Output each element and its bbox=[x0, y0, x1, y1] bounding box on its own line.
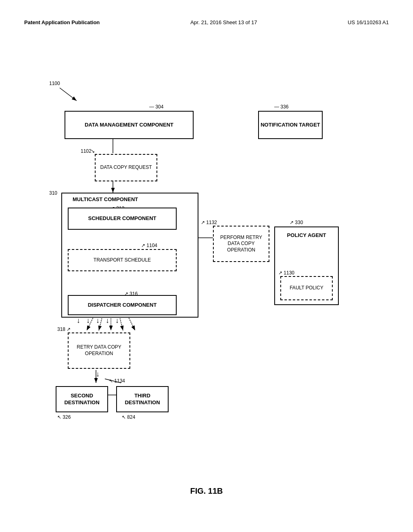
header-publication-label: Patent Application Publication bbox=[24, 19, 100, 25]
third-destination-label: THIRD DESTINATION bbox=[117, 393, 168, 406]
multicast-component-label: MULTICAST COMPONENT bbox=[73, 195, 138, 203]
data-copy-request-box: DATA COPY REQUEST bbox=[95, 154, 157, 181]
ref-310: 310 bbox=[49, 190, 57, 196]
ref-326: ↖ 326 bbox=[57, 414, 71, 420]
ref-824: ↖ 824 bbox=[122, 414, 135, 420]
ref-1104: ↗ 1104 bbox=[141, 243, 157, 248]
scheduler-component-label: SCHEDULER COMPONENT bbox=[88, 215, 156, 222]
fault-policy-label: FAULT POLICY bbox=[290, 285, 323, 291]
header-date-sheet: Apr. 21, 2016 Sheet 13 of 17 bbox=[190, 19, 257, 25]
ref-304: — 304 bbox=[149, 104, 163, 110]
retry-data-copy-label: RETRY DATA COPY OPERATION bbox=[69, 344, 129, 357]
ref-1130: ↗ 1130 bbox=[278, 270, 294, 276]
ref-318: 318 bbox=[57, 326, 65, 332]
ref-1102-arrow: ↘ bbox=[91, 148, 95, 154]
ref-1132: ↗ 1132 bbox=[201, 220, 217, 225]
fault-policy-box: FAULT POLICY bbox=[280, 276, 333, 300]
retry-down-arrow: ↓ bbox=[96, 370, 100, 378]
page-header: Patent Application Publication Apr. 21, … bbox=[24, 19, 389, 25]
policy-agent-label: POLICY AGENT bbox=[275, 232, 338, 239]
transport-schedule-box: TRANSPORT SCHEDULE bbox=[68, 249, 177, 271]
ref-1102: 1102 bbox=[81, 148, 92, 154]
perform-retry-label: PERFORM RETRY DATA COPY OPERATION bbox=[214, 235, 269, 254]
scheduler-component-box: SCHEDULER COMPONENT bbox=[68, 208, 177, 230]
perform-retry-box: PERFORM RETRY DATA COPY OPERATION bbox=[213, 226, 269, 262]
dispatcher-component-label: DISPATCHER COMPONENT bbox=[88, 302, 157, 309]
dispatcher-arrows: ↓ ↓ ↓ ↓ ↓ bbox=[77, 316, 119, 325]
data-copy-request-label: DATA COPY REQUEST bbox=[100, 164, 152, 171]
notification-target-label: NOTIFICATION TARGET bbox=[261, 122, 320, 129]
ref-336: — 336 bbox=[274, 104, 288, 110]
third-destination-box: THIRD DESTINATION bbox=[116, 386, 169, 412]
notification-target-box: NOTIFICATION TARGET bbox=[258, 111, 323, 139]
figure-caption: FIG. 11B bbox=[190, 486, 223, 496]
second-destination-label: SECOND DESTINATION bbox=[56, 393, 107, 406]
svg-line-2 bbox=[60, 88, 77, 101]
header-patent-number: US 16/110263 A1 bbox=[348, 19, 389, 25]
ref-1100: 1100 bbox=[49, 81, 60, 86]
ref-1134: ↖ 1134 bbox=[109, 378, 125, 384]
dispatcher-component-box: DISPATCHER COMPONENT bbox=[68, 295, 177, 315]
ref-330: ↗ 330 bbox=[290, 220, 303, 225]
second-destination-box: SECOND DESTINATION bbox=[56, 386, 108, 412]
transport-schedule-label: TRANSPORT SCHEDULE bbox=[94, 257, 151, 264]
page: Patent Application Publication Apr. 21, … bbox=[0, 0, 413, 532]
diagram: 1100 — 304 DATA MANAGEMENT COMPONENT — 3… bbox=[24, 44, 389, 508]
ref-318-arrow: ↗ bbox=[67, 326, 71, 332]
data-management-box: DATA MANAGEMENT COMPONENT bbox=[65, 111, 194, 139]
retry-data-copy-box: RETRY DATA COPY OPERATION bbox=[68, 332, 130, 369]
data-management-label: DATA MANAGEMENT COMPONENT bbox=[85, 122, 173, 129]
